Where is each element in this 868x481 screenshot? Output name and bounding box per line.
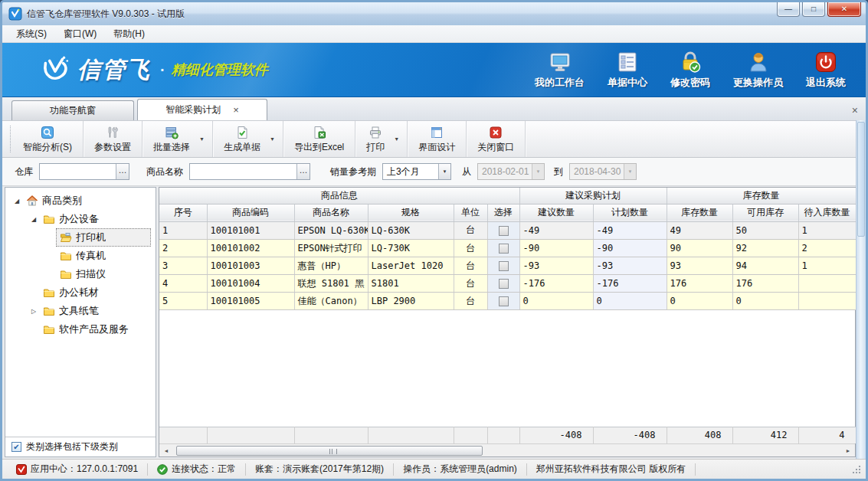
brand-banner: 信管飞 · 精细化管理软件 我的工作台 <box>2 43 866 97</box>
menu-system[interactable]: 系统(S) <box>8 26 54 42</box>
generate-document-dropdown-icon[interactable]: ▼ <box>267 136 278 142</box>
from-date-select[interactable]: 2018-02-01 ▼ <box>477 163 545 180</box>
document-center-label: 单据中心 <box>608 76 647 90</box>
horizontal-scrollbar[interactable]: ◄ ► <box>159 443 855 456</box>
window-controls: — □ ✕ <box>777 2 861 25</box>
row-select-checkbox[interactable] <box>499 226 509 236</box>
table-row[interactable]: 4 100101004 联想 S1801 黑 S1801 台 -176 -176… <box>159 275 856 293</box>
group-stock-qty: 库存数量 <box>667 188 856 204</box>
row-select-checkbox[interactable] <box>499 296 509 306</box>
print-icon <box>368 126 382 139</box>
col-inbound-qty[interactable]: 待入库数量 <box>798 204 856 221</box>
tree-node-software-services[interactable]: 软件产品及服务 <box>5 320 156 339</box>
generate-document-button[interactable]: 生成单据 <box>218 123 267 155</box>
folder-icon <box>43 213 55 225</box>
ui-design-button[interactable]: 界面设计 <box>412 123 461 155</box>
grid-summary: -408 -408 408 412 4 <box>159 427 857 444</box>
tabstrip-close-icon[interactable]: × <box>852 105 858 116</box>
switch-operator-label: 更换操作员 <box>733 76 783 90</box>
col-spec[interactable]: 规格 <box>368 204 454 221</box>
col-available-qty[interactable]: 可用库存 <box>732 204 798 221</box>
workbench-button[interactable]: 我的工作台 <box>535 51 585 90</box>
row-select-checkbox[interactable] <box>499 279 509 289</box>
tree-node-office-equipment[interactable]: ◢ 办公设备 <box>5 210 156 228</box>
to-date-select[interactable]: 2018-04-30 ▼ <box>569 163 637 180</box>
col-unit[interactable]: 单位 <box>454 204 487 221</box>
warehouse-browse-button[interactable]: … <box>116 164 129 179</box>
table-row[interactable]: 1 100101001 EPSON LQ-630K LQ-630K 台 -49 … <box>159 222 856 240</box>
sales-period-select[interactable]: 上3个月 ▼ <box>382 163 451 180</box>
tab-function-navigator[interactable]: 功能导航窗 <box>11 100 134 120</box>
warehouse-input[interactable] <box>40 164 116 179</box>
col-product-code[interactable]: 商品编码 <box>207 204 294 221</box>
product-name-input[interactable] <box>190 164 296 179</box>
scroll-left-icon[interactable]: ◄ <box>161 448 172 453</box>
row-select-checkbox[interactable] <box>499 261 509 271</box>
resize-grip[interactable] <box>852 465 861 474</box>
switch-operator-button[interactable]: 更换操作员 <box>733 51 783 90</box>
product-browse-button[interactable]: … <box>296 164 310 179</box>
switch-user-icon <box>747 51 770 74</box>
table-row[interactable]: 3 100101003 惠普（HP） LaserJet 1020 台 -93 -… <box>159 257 856 275</box>
title-bar: 信管飞仓库管理软件 V9.0.303 - 试用版 — □ ✕ <box>2 2 866 25</box>
tree-node-office-supplies[interactable]: 办公耗材 <box>5 283 156 302</box>
chevron-down-icon: ▼ <box>624 164 636 179</box>
export-excel-button[interactable]: 导出到Excel <box>288 123 350 155</box>
chevron-down-icon: ▼ <box>532 164 544 179</box>
expander-open-icon[interactable]: ◢ <box>28 216 39 223</box>
tab-smart-purchase-plan[interactable]: 智能采购计划 × <box>137 99 267 120</box>
scroll-right-icon[interactable]: ► <box>843 448 853 453</box>
change-password-button[interactable]: 修改密码 <box>670 51 710 90</box>
status-app-center: 应用中心：127.0.0.1:7091 <box>7 463 148 476</box>
row-select-checkbox[interactable] <box>499 244 509 254</box>
tree-node-fax[interactable]: 传真机 <box>5 247 156 265</box>
product-name-label: 商品名称 <box>146 165 183 178</box>
minimize-button[interactable]: — <box>777 2 800 17</box>
tab-close-icon[interactable]: × <box>233 105 239 115</box>
summary-inbound-qty: 4 <box>798 427 856 443</box>
expander-open-icon[interactable]: ◢ <box>11 198 22 205</box>
vertical-scroll-thumb[interactable] <box>857 122 865 237</box>
power-exit-icon <box>814 51 837 74</box>
vertical-scrollbar[interactable] <box>856 120 866 459</box>
tree-node-printer[interactable]: 打印机 <box>5 228 156 247</box>
window-title: 信管飞仓库管理软件 V9.0.303 - 试用版 <box>27 8 185 21</box>
category-tree: ◢ 商品类别 ◢ <box>5 188 156 437</box>
documents-icon <box>616 51 639 74</box>
table-row[interactable]: 5 100101005 佳能（Canon） LBP 2900 台 0 0 0 0 <box>159 293 856 310</box>
close-button[interactable]: ✕ <box>827 2 861 17</box>
col-suggest-qty[interactable]: 建议数量 <box>519 204 593 221</box>
tree-node-root[interactable]: ◢ 商品类别 <box>5 191 156 210</box>
grid-body: 1 100101001 EPSON LQ-630K LQ-630K 台 -49 … <box>159 222 857 311</box>
tree-node-stationery[interactable]: ▷ 文具纸笔 <box>5 302 156 320</box>
batch-select-dropdown-icon[interactable]: ▼ <box>196 136 208 142</box>
print-button[interactable]: 打印 <box>360 123 391 155</box>
print-dropdown-icon[interactable]: ▼ <box>391 136 402 142</box>
status-account: 账套：演示账套(2017年第12期) <box>246 463 394 476</box>
parameter-settings-button[interactable]: 参数设置 <box>88 123 137 155</box>
table-row[interactable]: 2 100101002 EPSON针式打印 LQ-730K 台 -90 -90 … <box>159 240 856 257</box>
col-plan-qty[interactable]: 计划数量 <box>593 204 667 221</box>
close-window-button[interactable]: 关闭窗口 <box>471 123 520 155</box>
chevron-down-icon[interactable]: ▼ <box>438 164 450 179</box>
app-logo-icon <box>8 7 22 21</box>
tree-node-scanner[interactable]: 扫描仪 <box>5 265 156 283</box>
col-product-name[interactable]: 商品名称 <box>294 204 368 221</box>
exit-system-button[interactable]: 退出系统 <box>806 51 846 90</box>
tab-strip: 功能导航窗 智能采购计划 × × <box>2 97 866 120</box>
include-subcategory-checkbox[interactable]: ✔ <box>11 442 21 452</box>
batch-select-button[interactable]: 批量选择 <box>147 123 196 155</box>
menu-help[interactable]: 帮助(H) <box>106 26 152 42</box>
toolbar-grip[interactable] <box>5 126 11 152</box>
smart-analysis-button[interactable]: 智能分析(S) <box>17 123 78 155</box>
menu-window[interactable]: 窗口(W) <box>56 26 104 42</box>
col-select[interactable]: 选择 <box>487 204 519 221</box>
home-icon <box>26 195 38 207</box>
maximize-button[interactable]: □ <box>802 2 825 17</box>
col-seq[interactable]: 序号 <box>159 204 207 221</box>
folder-icon <box>60 268 72 280</box>
horizontal-scroll-thumb[interactable] <box>176 446 483 456</box>
expander-closed-icon[interactable]: ▷ <box>28 308 39 315</box>
col-stock-qty[interactable]: 库存数量 <box>667 204 732 221</box>
document-center-button[interactable]: 单据中心 <box>608 51 647 90</box>
